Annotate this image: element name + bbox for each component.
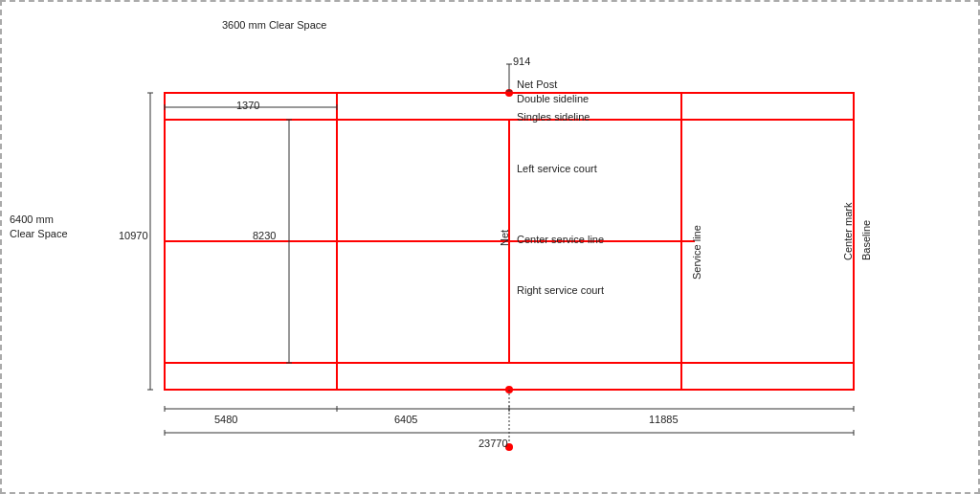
- dim-1370-label: 1370: [236, 100, 259, 111]
- dim-11885-label: 11885: [649, 414, 679, 425]
- dim-6405-label: 6405: [394, 414, 417, 425]
- center-mark-label: Center mark: [842, 174, 854, 260]
- dim-914-label: 914: [513, 56, 530, 67]
- dim-23770-label: 23770: [479, 438, 508, 449]
- dim-8230-label: 8230: [253, 230, 276, 241]
- net-label: Net: [499, 198, 510, 246]
- double-sideline-label: Double sideline: [517, 93, 589, 104]
- singles-sideline-label: Singles sideline: [517, 111, 590, 123]
- right-service-court-label: Right service court: [517, 284, 604, 296]
- net-post-label: Net Post: [517, 79, 557, 90]
- dim-10970-label: 10970: [119, 230, 148, 241]
- center-service-line-label: Center service line: [517, 234, 604, 245]
- page: 3600 mm Clear Space 6400 mm Clear Space: [0, 0, 980, 494]
- left-service-court-label: Left service court: [517, 163, 597, 174]
- dim-5480-label: 5480: [214, 414, 237, 425]
- service-line-label: Service line: [691, 203, 702, 280]
- baseline-label: Baseline: [860, 174, 872, 260]
